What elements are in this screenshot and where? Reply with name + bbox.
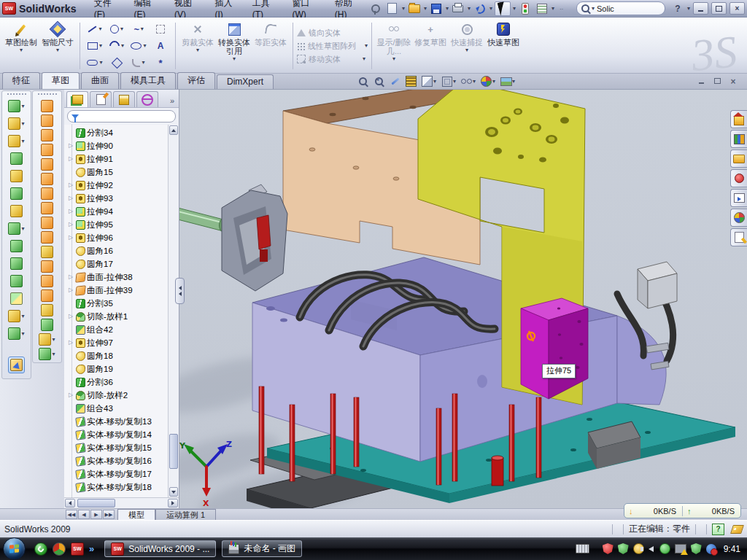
tree-item[interactable]: ▷拉伸91	[67, 152, 168, 166]
first-tab-button[interactable]: ◀◀	[66, 510, 77, 519]
doc-minimize-button[interactable]	[696, 77, 706, 85]
minimize-button[interactable]	[693, 2, 708, 15]
commandmanager-tab-1[interactable]: 草图	[42, 72, 80, 89]
tree-item[interactable]: ▷切除-放样1	[67, 310, 168, 323]
expand-arrow-icon[interactable]: ▷	[67, 143, 74, 149]
tree-item[interactable]: 圆角15	[67, 166, 168, 179]
fillet-button[interactable]: ▾	[8, 135, 24, 147]
tree-item[interactable]: 实体-移动/复制16	[67, 454, 168, 467]
tree-item[interactable]: 组合43	[67, 402, 168, 415]
tree-item[interactable]: 实体-移动/复制18	[67, 481, 168, 494]
slide-clamp[interactable]	[179, 184, 287, 291]
rectangle-tool[interactable]: ▾	[84, 38, 106, 55]
options-button[interactable]	[535, 2, 549, 15]
tree-item[interactable]: ▷拉伸96	[67, 231, 168, 244]
vertical-scroll-thumb[interactable]	[169, 434, 178, 469]
doc-close-button[interactable]: ×	[728, 77, 738, 85]
commandmanager-tab-0[interactable]: 特征	[2, 72, 40, 89]
commandmanager-tab-2[interactable]: 曲面	[81, 72, 119, 89]
save-button[interactable]	[429, 2, 444, 15]
circle-tool[interactable]: ▾	[106, 21, 128, 38]
search-box[interactable]: ▾ Solic	[576, 1, 665, 15]
expand-arrow-icon[interactable]: ▷	[67, 392, 74, 398]
new-document-button[interactable]	[385, 2, 400, 15]
tree-item[interactable]: 实体-移动/复制15	[67, 441, 168, 454]
tree-vertical-scrollbar[interactable]	[168, 125, 179, 497]
sync-status-icon[interactable]	[706, 544, 716, 554]
surface-spline-button[interactable]: ▾	[39, 348, 55, 360]
select-button[interactable]	[495, 1, 511, 16]
mirror-entities-button[interactable]: 镜向实体	[297, 28, 368, 39]
print-button[interactable]	[451, 2, 465, 15]
planar-surface-button[interactable]	[41, 187, 53, 200]
expand-arrow-icon[interactable]: ▷	[67, 235, 74, 241]
commandmanager-tab-4[interactable]: 评估	[177, 72, 215, 89]
move-entities-button[interactable]: 移动实体▾	[297, 54, 368, 65]
untrim-surface-button[interactable]	[41, 275, 53, 287]
tree-item[interactable]: ▷曲面-拉伸38	[67, 271, 168, 284]
slot-tool[interactable]: ▾	[84, 55, 106, 71]
boundary-surface-button[interactable]	[41, 144, 53, 156]
scroll-up-button[interactable]	[169, 125, 178, 135]
commandmanager-tab-3[interactable]: 模具工具	[120, 72, 176, 89]
tree-item[interactable]: ▷曲面-拉伸39	[67, 284, 168, 297]
undo-button[interactable]	[473, 2, 487, 15]
doc-restore-button[interactable]	[712, 77, 722, 85]
tree-item[interactable]: 分割34	[67, 126, 168, 139]
tree-item[interactable]: ▷拉伸97	[67, 336, 168, 349]
scroll-left-button[interactable]	[65, 499, 75, 508]
move-copy-body-button[interactable]	[10, 292, 23, 305]
tree-item[interactable]: 分割35	[67, 297, 168, 310]
tree-item[interactable]: ▷拉伸95	[67, 218, 168, 231]
tree-item[interactable]: 圆角16	[67, 244, 168, 257]
mirror-bodies-button[interactable]	[10, 240, 23, 252]
start-button[interactable]	[3, 537, 26, 560]
scroll-right-button[interactable]	[168, 499, 178, 508]
pin-icon[interactable]	[368, 2, 383, 15]
tree-item[interactable]: 圆角18	[67, 349, 168, 362]
point-tool[interactable]: *	[150, 55, 171, 71]
expand-arrow-icon[interactable]: ▷	[67, 274, 74, 280]
tree-item[interactable]: ▷拉伸93	[67, 192, 168, 205]
network-speed-widget[interactable]: ↓ 0KB/S ↑ 0KB/S	[624, 503, 741, 518]
extend-surface-button[interactable]	[41, 202, 53, 214]
options-dropdown[interactable]: ▾	[551, 6, 554, 12]
status-help-icon[interactable]: ?	[712, 524, 724, 535]
thicken-button[interactable]	[41, 289, 53, 302]
ruled-surface-button[interactable]	[41, 129, 53, 141]
rapid-sketch-button[interactable]: 快速草图	[485, 20, 522, 72]
keyboard-layout-icon[interactable]	[576, 544, 589, 553]
taskpane-file-explorer-tab[interactable]	[730, 149, 747, 168]
select-dropdown[interactable]: ▾	[513, 6, 516, 12]
linear-sketch-pattern-button[interactable]: 线性草图阵列▾	[297, 41, 368, 52]
quick-snaps-button[interactable]: 快速捕捉▾	[449, 20, 485, 72]
help-button[interactable]: ?	[670, 2, 685, 15]
last-tab-button[interactable]: ▶▶	[103, 510, 115, 519]
combine-button[interactable]	[10, 275, 23, 287]
close-button[interactable]: ×	[729, 2, 745, 15]
revolved-boss-button[interactable]	[10, 170, 23, 182]
taskpane-design-library-tab[interactable]	[730, 130, 747, 148]
search-dropdown[interactable]: ▾	[592, 6, 595, 12]
apply-scene-button[interactable]: ▾	[499, 75, 516, 88]
quick-launch-app-icon[interactable]	[53, 542, 66, 556]
tree-item[interactable]: ▷拉伸90	[67, 139, 168, 152]
shell-button[interactable]	[10, 205, 23, 217]
swept-surface-button[interactable]	[41, 100, 53, 112]
ellipse-tool[interactable]: ▾	[128, 38, 150, 55]
section-view-button[interactable]	[404, 75, 418, 88]
taskpane-solidworks-search-tab[interactable]	[730, 169, 747, 187]
sketch-button[interactable]: 草图绘制▾	[3, 20, 39, 72]
taskbar-button-paint[interactable]: 未命名 - 画图	[222, 540, 302, 557]
display-delete-relations-button[interactable]: 显示/删除几...▾	[376, 20, 412, 72]
expand-arrow-icon[interactable]: ▷	[67, 222, 74, 228]
trim-entities-button[interactable]: 剪裁实体▾	[179, 20, 216, 72]
convert-entities-button[interactable]: 转换实体引用▾	[216, 20, 252, 72]
messenger-icon[interactable]	[34, 542, 47, 556]
help-dropdown[interactable]: ▾	[687, 6, 690, 12]
expand-arrow-icon[interactable]: ▷	[67, 287, 74, 293]
save-dropdown[interactable]: ▾	[446, 6, 449, 12]
knit-surface-button[interactable]	[41, 217, 53, 229]
tab-configurationmanager[interactable]	[113, 91, 135, 107]
undo-dropdown[interactable]: ▾	[489, 6, 492, 12]
